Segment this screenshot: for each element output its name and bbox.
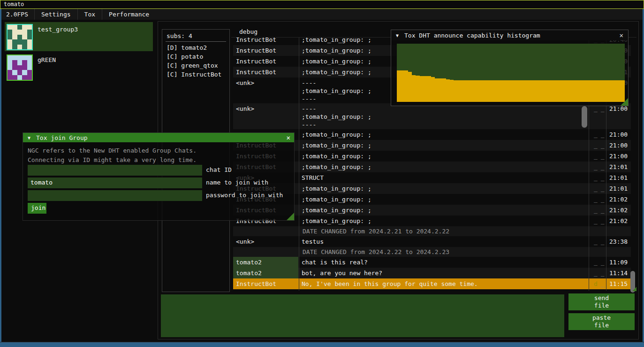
histogram-resize-grip[interactable] (621, 98, 628, 106)
indicator-mark: _ (601, 280, 605, 287)
message-time: 21:02 (607, 216, 631, 226)
sender-name: <unk> (233, 103, 298, 129)
sender-name: tomato2 (233, 257, 298, 268)
avatar-pixel (22, 30, 27, 34)
join-dialog-fields: chat IDtomatoname to join withpassword t… (28, 165, 283, 214)
histogram-bar (503, 80, 507, 102)
collapse-icon[interactable]: ▼ (396, 33, 399, 38)
window-edge-left[interactable] (0, 9, 1, 347)
button-label-line: paste (568, 314, 635, 322)
members-separator (166, 41, 226, 42)
histogram-window: ▼ Tox DHT announce capability histogram … (391, 30, 629, 106)
join-input-name-to-join-with[interactable]: tomato (28, 177, 202, 188)
chat-row[interactable]: DATE CHANGED from 2024.2.21 to 2024.2.22 (233, 226, 631, 236)
avatar-pixel (22, 70, 27, 75)
histogram-bar (412, 75, 416, 102)
avatar-pixel (12, 35, 17, 39)
join-input-chat-ID[interactable] (28, 165, 202, 176)
avatar-pixel (22, 55, 27, 60)
histogram-window-titlebar[interactable]: ▼ Tox DHT announce capability histogram … (391, 30, 628, 40)
indicator-mark: _ (594, 185, 598, 192)
collapse-icon[interactable]: ▼ (28, 135, 30, 140)
histogram-bar (541, 80, 545, 102)
message-input[interactable] (161, 294, 564, 337)
chat-row[interactable]: DATE CHANGED from 2024.2.22 to 2024.2.23 (233, 247, 631, 257)
avatar-pixel (27, 30, 32, 34)
window-title: tomato (4, 1, 24, 8)
delivery-indicator: __ (591, 216, 607, 226)
group-item-gREEN[interactable]: gREEN (5, 53, 153, 82)
histogram-bar (575, 80, 579, 102)
date-changed-text: DATE CHANGED from 2024.2.22 to 2024.2.23 (233, 247, 631, 256)
window-titlebar[interactable]: tomato (0, 0, 644, 9)
member-item[interactable]: [D] tomato2 (162, 43, 229, 52)
join-field-label: password to join with (202, 190, 283, 201)
close-icon[interactable]: ✕ (620, 30, 623, 40)
avatar-pixel (12, 39, 17, 44)
histogram-bar (458, 80, 462, 102)
chat-scrollbar-thumb[interactable] (582, 106, 587, 128)
histogram-bar (424, 76, 427, 102)
histogram-window-body (391, 40, 628, 106)
member-item[interactable]: [C] InstructBot (162, 70, 229, 79)
delivery-indicator: __ (591, 268, 607, 278)
sender-name: InstructBot (233, 45, 298, 56)
chat-resize-grip[interactable] (632, 287, 636, 291)
delivery-indicator: __ (591, 205, 607, 216)
message-time: 11:14 (607, 268, 631, 278)
menu-item-settings[interactable]: Settings (35, 9, 77, 20)
message-text: chat is this real? (301, 257, 591, 268)
avatar-pixel (22, 45, 27, 49)
indicator-mark: _ (594, 217, 598, 224)
histogram-bar (583, 80, 587, 102)
indicator-mark: _ (601, 259, 605, 266)
avatar-pixel (12, 65, 17, 70)
avatar-pixel (27, 45, 32, 49)
histogram-bar (450, 80, 454, 102)
message-time: 21:00 (607, 129, 631, 140)
sender-name: InstructBot (233, 67, 298, 77)
message-text: ;tomato_in_group: ; (301, 194, 591, 205)
sender-name: tomato2 (233, 268, 298, 278)
indicator-mark: _ (594, 270, 598, 277)
join-dialog-body: NGC refers to the New DHT enabled Group … (23, 142, 294, 220)
histogram-bar (442, 78, 446, 102)
join-dialog-titlebar[interactable]: ▼ Tox join Group ✕ (23, 133, 294, 142)
join-dialog-resize-grip[interactable] (287, 213, 294, 220)
chat-row[interactable]: tomato2chat is this real?__11:09 (233, 257, 631, 268)
window-edge-bottom[interactable] (0, 342, 644, 347)
histogram-bar (571, 80, 575, 102)
chat-row[interactable]: InstructBotNo, I've been in this group f… (233, 278, 631, 289)
message-text: ;tomato_in_group: ; (301, 151, 591, 162)
delivery-indicator: __ (591, 140, 607, 151)
chat-row[interactable]: tomato2bot, are you new here?__11:14 (233, 268, 631, 278)
delivery-indicator: __ (591, 183, 607, 194)
histogram-bar (564, 80, 568, 102)
menu-item-tox[interactable]: Tox (78, 9, 102, 20)
join-input-password-to-join-with[interactable] (28, 190, 202, 201)
histogram-bar (511, 80, 515, 102)
avatar-pixel (17, 39, 22, 44)
chat-row[interactable]: <unk>---- ;tomato_in_group: ; ----__21:0… (233, 103, 631, 129)
histogram-window-title: Tox DHT announce capability histogram (404, 32, 540, 39)
close-icon[interactable]: ✕ (287, 133, 290, 142)
column-separator-name[interactable] (299, 38, 299, 291)
histogram-bar (549, 80, 553, 102)
member-item[interactable]: [C] green_qtox (162, 61, 229, 70)
group-item-test_group3[interactable]: test_group3 (5, 22, 153, 51)
paste-file-button[interactable]: pastefile (568, 313, 635, 330)
chat-row[interactable]: <unk>testus__23:38 (233, 236, 631, 247)
indicator-mark: _ (601, 217, 605, 224)
member-item[interactable]: [C] potato (162, 52, 229, 61)
indicator-mark: _ (594, 196, 598, 203)
histogram-bar (420, 76, 424, 102)
menu-item-performance[interactable]: Performance (102, 9, 156, 20)
join-hint-line2: Connecting via ID might take a very long… (28, 155, 197, 165)
send-file-button[interactable]: sendfile (568, 293, 635, 310)
indicator-mark: _ (601, 207, 605, 214)
histogram-bar (530, 80, 533, 102)
join-button[interactable]: join (28, 203, 46, 214)
message-time: 23:38 (607, 236, 631, 247)
tab-debug[interactable]: debug (239, 27, 258, 37)
avatar-pixel (27, 75, 32, 80)
